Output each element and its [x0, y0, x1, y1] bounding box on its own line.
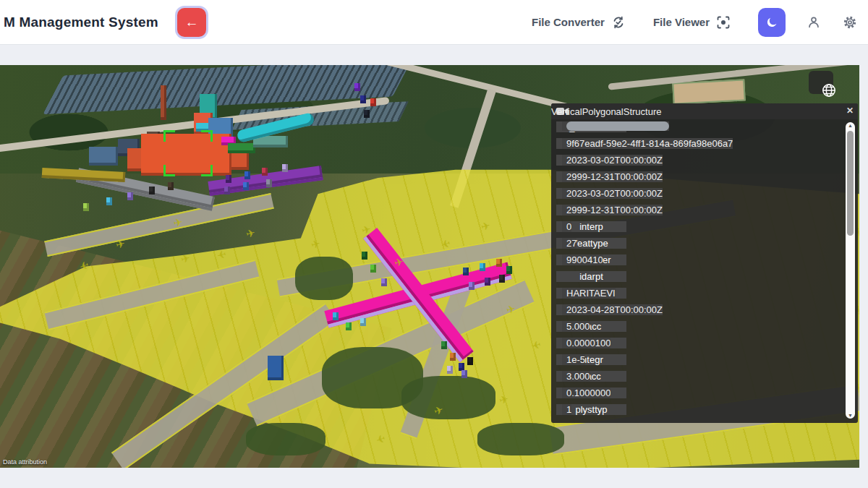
top-bar: M Management System File Converter File … — [0, 0, 868, 45]
nav-file-viewer[interactable]: File Viewer — [653, 15, 731, 30]
jet-bridge-box — [447, 366, 453, 374]
sync-check-icon — [611, 15, 626, 30]
jet-bridge-box — [224, 187, 230, 194]
scroll-down-icon[interactable] — [846, 413, 855, 418]
attribute-row: idnumber9900410 — [556, 254, 842, 270]
jet-bridge-box — [243, 182, 249, 190]
user-button[interactable] — [806, 14, 822, 30]
jet-bridge-box — [266, 179, 272, 187]
panel-header[interactable]: VerticalPolygonalStructure — [551, 103, 858, 119]
attribute-value: 1 — [562, 404, 571, 415]
scroll-up-icon[interactable] — [846, 123, 855, 128]
attribute-row: revdate2023-04-28T00:00:00Z — [556, 304, 842, 320]
structure-steelblue-block[interactable] — [89, 147, 118, 166]
jet-bridge-box — [499, 275, 505, 283]
attribute-row: stvalid2023-03-02T00:00:00Z — [556, 188, 842, 203]
attribute-row: hres0.0000100 — [556, 338, 842, 353]
jet-bridge-box — [127, 192, 133, 200]
jet-bridge-box — [244, 171, 250, 179]
attribute-row: plysttyp1 — [556, 404, 842, 419]
attribute-value: 27 — [562, 238, 576, 249]
attribute-value: 9900410 — [562, 254, 603, 265]
moon-icon — [765, 16, 778, 29]
redacted-value — [566, 121, 669, 131]
nav-file-converter[interactable]: File Converter — [532, 15, 626, 30]
jet-bridge-box — [485, 278, 490, 286]
jet-bridge-box — [362, 252, 367, 260]
attribute-rows: _attributesidentifier9f67eadf-59e2-4ff1-… — [556, 121, 842, 423]
attribute-row: vacc3.000 — [556, 371, 842, 386]
back-button[interactable] — [177, 8, 206, 37]
attribute-value: 2023-03-02T00:00:00Z — [562, 188, 663, 199]
attribute-value: 0 — [562, 221, 571, 232]
jet-bridge-box — [441, 341, 447, 349]
attribute-row: interp0 — [556, 221, 842, 236]
arrow-left-icon — [184, 15, 198, 29]
settings-button[interactable] — [842, 14, 858, 30]
feature-info-panel: VerticalPolygonalStructure _attributesid… — [551, 103, 858, 423]
jet-bridge-box — [469, 282, 475, 290]
attribute-value: 0.1000000 — [562, 388, 610, 398]
attribute-value — [562, 121, 669, 131]
panel-title: VerticalPolygonalStructure — [551, 106, 661, 117]
panel-scrollbar[interactable] — [846, 122, 855, 419]
attribute-value: 3.000 — [562, 371, 590, 382]
attribute-value: 2023-04-28T00:00:00Z — [562, 304, 663, 315]
jet-bridge-box — [463, 267, 469, 275]
attribute-row: integr1e-5 — [556, 354, 842, 369]
attribute-value: 2999-12-31T00:00:00Z — [562, 171, 663, 182]
jet-bridge-box — [282, 164, 288, 172]
attribute-key: idarpt — [556, 271, 626, 282]
globe-button[interactable] — [809, 71, 833, 94]
jet-bridge-box — [467, 357, 473, 365]
selection-brackets — [163, 130, 213, 176]
jet-bridge-box — [370, 265, 376, 273]
jet-bridge-box — [360, 95, 366, 103]
jet-bridge-box — [149, 187, 155, 194]
jet-bridge-box — [262, 168, 268, 176]
scan-focus-icon — [716, 15, 731, 30]
theme-toggle-button[interactable] — [758, 8, 786, 37]
attribute-row: sourceHARITAEVI — [556, 288, 842, 303]
jet-bridge-box — [506, 266, 512, 274]
map-viewport[interactable]: Data attribution VerticalPolygonalStruct… — [0, 65, 859, 468]
gear-icon — [842, 14, 858, 30]
jet-bridge-box — [364, 110, 370, 118]
structure-chimney[interactable] — [161, 85, 166, 120]
attribute-value: 2999-12-31T00:00:00Z — [562, 205, 663, 215]
jet-bridge-box — [346, 322, 352, 330]
jet-bridge-box — [106, 197, 112, 205]
data-attribution[interactable]: Data attribution — [3, 458, 47, 466]
jet-bridge-box — [354, 83, 360, 91]
person-icon — [806, 14, 822, 30]
attribute-row: idarpt — [556, 271, 842, 286]
scrollbar-thumb[interactable] — [847, 131, 854, 236]
top-nav: File Converter File Viewer — [532, 8, 868, 37]
structure-olive-bar[interactable] — [42, 168, 126, 182]
attribute-row: hacc5.000 — [556, 321, 842, 336]
attribute-value: 1e-5 — [562, 354, 585, 365]
nav-file-converter-label: File Converter — [532, 16, 605, 28]
attribute-row: vres0.1000000 — [556, 388, 842, 403]
attribute-row: endvalid2999-12-31T00:00:00Z — [556, 205, 842, 220]
jet-bridge-box — [226, 175, 231, 183]
jet-bridge-box — [360, 318, 366, 326]
structure-green-block[interactable] — [228, 143, 255, 153]
jet-bridge-box — [450, 353, 456, 361]
attribute-row: endfeat2999-12-31T00:00:00Z — [556, 171, 842, 187]
attribute-value: 2023-03-02T00:00:00Z — [562, 155, 663, 166]
jet-bridge-box — [461, 370, 467, 378]
attribute-value: HARITAEVI — [562, 288, 616, 299]
attribute-row: _attributes — [556, 121, 842, 137]
structure-blue-building[interactable] — [268, 356, 284, 380]
attribute-row: stfeat2023-03-02T00:00:00Z — [556, 155, 842, 170]
jet-bridge-box — [381, 278, 387, 286]
app-title: M Management System — [4, 14, 158, 30]
attribute-row: feattype27 — [556, 238, 842, 253]
jet-bridge-box — [333, 312, 339, 320]
attribute-row: identifier9f67eadf-59e2-4ff1-814a-869fa9… — [556, 138, 842, 153]
jet-bridge-box — [496, 259, 502, 267]
close-button[interactable] — [846, 105, 854, 116]
jet-bridge-box — [83, 203, 89, 211]
structure-x-terminal[interactable] — [363, 228, 474, 362]
